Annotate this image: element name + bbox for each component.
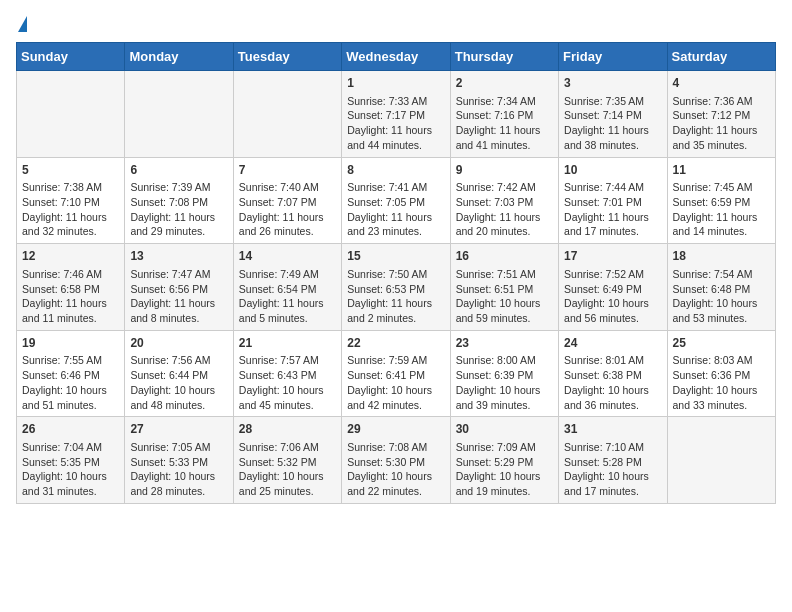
day-info: Sunrise: 7:54 AM Sunset: 6:48 PM Dayligh…	[673, 267, 770, 326]
day-info: Sunrise: 7:44 AM Sunset: 7:01 PM Dayligh…	[564, 180, 661, 239]
calendar-table: SundayMondayTuesdayWednesdayThursdayFrid…	[16, 42, 776, 504]
day-info: Sunrise: 7:57 AM Sunset: 6:43 PM Dayligh…	[239, 353, 336, 412]
day-number: 4	[673, 75, 770, 92]
calendar-cell: 22Sunrise: 7:59 AM Sunset: 6:41 PM Dayli…	[342, 330, 450, 417]
day-number: 29	[347, 421, 444, 438]
day-number: 23	[456, 335, 553, 352]
day-info: Sunrise: 7:41 AM Sunset: 7:05 PM Dayligh…	[347, 180, 444, 239]
day-number: 16	[456, 248, 553, 265]
day-number: 30	[456, 421, 553, 438]
weekday-header: Saturday	[667, 43, 775, 71]
day-info: Sunrise: 7:05 AM Sunset: 5:33 PM Dayligh…	[130, 440, 227, 499]
weekday-header: Wednesday	[342, 43, 450, 71]
day-info: Sunrise: 8:03 AM Sunset: 6:36 PM Dayligh…	[673, 353, 770, 412]
day-info: Sunrise: 7:42 AM Sunset: 7:03 PM Dayligh…	[456, 180, 553, 239]
calendar-cell: 18Sunrise: 7:54 AM Sunset: 6:48 PM Dayli…	[667, 244, 775, 331]
day-number: 8	[347, 162, 444, 179]
day-info: Sunrise: 7:35 AM Sunset: 7:14 PM Dayligh…	[564, 94, 661, 153]
calendar-cell: 24Sunrise: 8:01 AM Sunset: 6:38 PM Dayli…	[559, 330, 667, 417]
logo	[16, 16, 27, 32]
day-number: 31	[564, 421, 661, 438]
calendar-cell	[233, 71, 341, 158]
calendar-cell: 3Sunrise: 7:35 AM Sunset: 7:14 PM Daylig…	[559, 71, 667, 158]
calendar-cell: 14Sunrise: 7:49 AM Sunset: 6:54 PM Dayli…	[233, 244, 341, 331]
day-info: Sunrise: 7:08 AM Sunset: 5:30 PM Dayligh…	[347, 440, 444, 499]
calendar-cell: 13Sunrise: 7:47 AM Sunset: 6:56 PM Dayli…	[125, 244, 233, 331]
calendar-cell: 30Sunrise: 7:09 AM Sunset: 5:29 PM Dayli…	[450, 417, 558, 504]
day-number: 11	[673, 162, 770, 179]
calendar-week-row: 5Sunrise: 7:38 AM Sunset: 7:10 PM Daylig…	[17, 157, 776, 244]
day-number: 21	[239, 335, 336, 352]
day-number: 3	[564, 75, 661, 92]
day-info: Sunrise: 8:01 AM Sunset: 6:38 PM Dayligh…	[564, 353, 661, 412]
day-number: 2	[456, 75, 553, 92]
calendar-cell: 19Sunrise: 7:55 AM Sunset: 6:46 PM Dayli…	[17, 330, 125, 417]
calendar-cell: 5Sunrise: 7:38 AM Sunset: 7:10 PM Daylig…	[17, 157, 125, 244]
day-number: 28	[239, 421, 336, 438]
calendar-cell: 10Sunrise: 7:44 AM Sunset: 7:01 PM Dayli…	[559, 157, 667, 244]
day-number: 15	[347, 248, 444, 265]
day-number: 24	[564, 335, 661, 352]
calendar-cell: 31Sunrise: 7:10 AM Sunset: 5:28 PM Dayli…	[559, 417, 667, 504]
day-number: 5	[22, 162, 119, 179]
day-info: Sunrise: 7:38 AM Sunset: 7:10 PM Dayligh…	[22, 180, 119, 239]
day-number: 27	[130, 421, 227, 438]
weekday-header: Friday	[559, 43, 667, 71]
calendar-cell: 26Sunrise: 7:04 AM Sunset: 5:35 PM Dayli…	[17, 417, 125, 504]
day-info: Sunrise: 7:36 AM Sunset: 7:12 PM Dayligh…	[673, 94, 770, 153]
day-info: Sunrise: 7:45 AM Sunset: 6:59 PM Dayligh…	[673, 180, 770, 239]
calendar-cell: 15Sunrise: 7:50 AM Sunset: 6:53 PM Dayli…	[342, 244, 450, 331]
calendar-cell: 9Sunrise: 7:42 AM Sunset: 7:03 PM Daylig…	[450, 157, 558, 244]
calendar-cell: 11Sunrise: 7:45 AM Sunset: 6:59 PM Dayli…	[667, 157, 775, 244]
day-number: 25	[673, 335, 770, 352]
weekday-header-row: SundayMondayTuesdayWednesdayThursdayFrid…	[17, 43, 776, 71]
page-header	[16, 16, 776, 32]
day-number: 6	[130, 162, 227, 179]
day-number: 17	[564, 248, 661, 265]
calendar-cell: 29Sunrise: 7:08 AM Sunset: 5:30 PM Dayli…	[342, 417, 450, 504]
day-number: 26	[22, 421, 119, 438]
day-number: 1	[347, 75, 444, 92]
calendar-cell: 8Sunrise: 7:41 AM Sunset: 7:05 PM Daylig…	[342, 157, 450, 244]
day-number: 9	[456, 162, 553, 179]
calendar-cell: 21Sunrise: 7:57 AM Sunset: 6:43 PM Dayli…	[233, 330, 341, 417]
day-number: 13	[130, 248, 227, 265]
day-info: Sunrise: 7:51 AM Sunset: 6:51 PM Dayligh…	[456, 267, 553, 326]
day-info: Sunrise: 8:00 AM Sunset: 6:39 PM Dayligh…	[456, 353, 553, 412]
weekday-header: Thursday	[450, 43, 558, 71]
weekday-header: Tuesday	[233, 43, 341, 71]
day-info: Sunrise: 7:50 AM Sunset: 6:53 PM Dayligh…	[347, 267, 444, 326]
calendar-cell: 6Sunrise: 7:39 AM Sunset: 7:08 PM Daylig…	[125, 157, 233, 244]
day-info: Sunrise: 7:47 AM Sunset: 6:56 PM Dayligh…	[130, 267, 227, 326]
day-number: 10	[564, 162, 661, 179]
day-number: 22	[347, 335, 444, 352]
calendar-cell: 17Sunrise: 7:52 AM Sunset: 6:49 PM Dayli…	[559, 244, 667, 331]
calendar-cell: 4Sunrise: 7:36 AM Sunset: 7:12 PM Daylig…	[667, 71, 775, 158]
day-info: Sunrise: 7:39 AM Sunset: 7:08 PM Dayligh…	[130, 180, 227, 239]
day-number: 14	[239, 248, 336, 265]
calendar-cell: 25Sunrise: 8:03 AM Sunset: 6:36 PM Dayli…	[667, 330, 775, 417]
calendar-week-row: 26Sunrise: 7:04 AM Sunset: 5:35 PM Dayli…	[17, 417, 776, 504]
day-number: 19	[22, 335, 119, 352]
day-info: Sunrise: 7:59 AM Sunset: 6:41 PM Dayligh…	[347, 353, 444, 412]
day-info: Sunrise: 7:49 AM Sunset: 6:54 PM Dayligh…	[239, 267, 336, 326]
day-number: 12	[22, 248, 119, 265]
calendar-cell: 1Sunrise: 7:33 AM Sunset: 7:17 PM Daylig…	[342, 71, 450, 158]
calendar-cell	[667, 417, 775, 504]
calendar-week-row: 1Sunrise: 7:33 AM Sunset: 7:17 PM Daylig…	[17, 71, 776, 158]
day-info: Sunrise: 7:09 AM Sunset: 5:29 PM Dayligh…	[456, 440, 553, 499]
calendar-cell	[17, 71, 125, 158]
calendar-cell: 7Sunrise: 7:40 AM Sunset: 7:07 PM Daylig…	[233, 157, 341, 244]
day-number: 18	[673, 248, 770, 265]
calendar-cell: 16Sunrise: 7:51 AM Sunset: 6:51 PM Dayli…	[450, 244, 558, 331]
calendar-cell: 20Sunrise: 7:56 AM Sunset: 6:44 PM Dayli…	[125, 330, 233, 417]
day-info: Sunrise: 7:34 AM Sunset: 7:16 PM Dayligh…	[456, 94, 553, 153]
day-info: Sunrise: 7:06 AM Sunset: 5:32 PM Dayligh…	[239, 440, 336, 499]
day-info: Sunrise: 7:33 AM Sunset: 7:17 PM Dayligh…	[347, 94, 444, 153]
day-info: Sunrise: 7:40 AM Sunset: 7:07 PM Dayligh…	[239, 180, 336, 239]
calendar-cell: 27Sunrise: 7:05 AM Sunset: 5:33 PM Dayli…	[125, 417, 233, 504]
day-info: Sunrise: 7:04 AM Sunset: 5:35 PM Dayligh…	[22, 440, 119, 499]
day-info: Sunrise: 7:10 AM Sunset: 5:28 PM Dayligh…	[564, 440, 661, 499]
weekday-header: Monday	[125, 43, 233, 71]
weekday-header: Sunday	[17, 43, 125, 71]
